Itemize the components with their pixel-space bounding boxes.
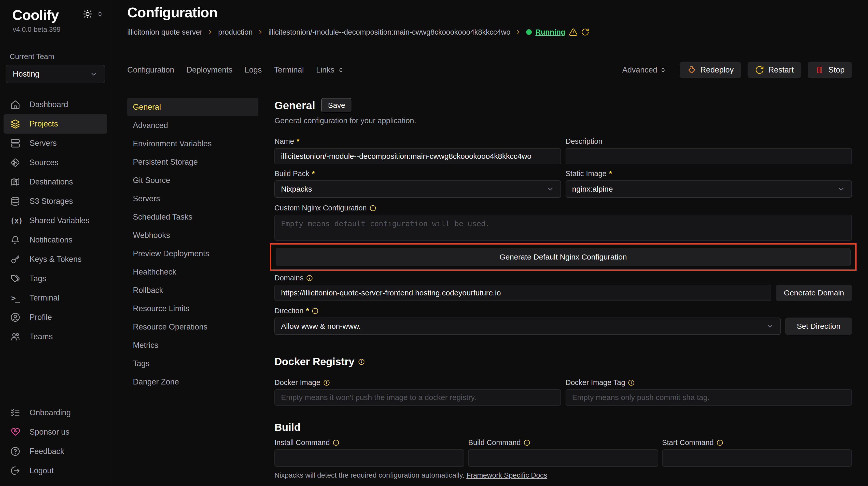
sidebar-item-terminal[interactable]: >_ Terminal	[4, 288, 107, 307]
subnav-healthcheck[interactable]: Healthcheck	[127, 263, 258, 281]
breadcrumb-environment[interactable]: production	[218, 28, 252, 36]
name-input[interactable]	[274, 148, 561, 164]
tab-links[interactable]: Links	[316, 65, 345, 74]
build-command-input[interactable]	[468, 449, 658, 467]
subnav-tags[interactable]: Tags	[127, 354, 258, 373]
domains-input[interactable]	[274, 285, 771, 301]
advanced-dropdown[interactable]: Advanced	[622, 65, 667, 74]
subnav-rollback[interactable]: Rollback	[127, 281, 258, 299]
user-icon	[10, 312, 20, 322]
info-icon[interactable]	[716, 439, 723, 446]
pause-icon	[815, 65, 824, 74]
tab-logs[interactable]: Logs	[245, 65, 262, 74]
required-asterisk: *	[306, 306, 309, 315]
header-actions: Advanced Redeploy Restart Stop	[622, 62, 852, 78]
info-icon[interactable]	[628, 379, 635, 386]
subnav-scheduled-tasks[interactable]: Scheduled Tasks	[127, 208, 258, 226]
sidebar-item-teams[interactable]: Teams	[4, 327, 107, 346]
subnav-webhooks[interactable]: Webhooks	[127, 226, 258, 245]
info-icon[interactable]	[312, 307, 319, 315]
chevrons-up-down-icon	[337, 66, 345, 74]
info-icon[interactable]	[358, 358, 365, 365]
subnav-metrics[interactable]: Metrics	[127, 336, 258, 354]
users-icon	[10, 331, 20, 342]
subnav-resource-operations[interactable]: Resource Operations	[127, 318, 258, 336]
build-pack-label: Build Pack*	[274, 169, 561, 178]
info-icon[interactable]	[333, 439, 340, 446]
help-icon	[10, 446, 20, 456]
framework-docs-link[interactable]: Framework Specific Docs	[466, 471, 547, 479]
sidebar-item-tags[interactable]: Tags	[4, 269, 107, 288]
docker-image-tag-input[interactable]	[566, 389, 852, 406]
tab-deployments[interactable]: Deployments	[186, 65, 232, 74]
stop-button[interactable]: Stop	[808, 62, 852, 78]
sidebar-item-profile[interactable]: Profile	[4, 307, 107, 327]
sidebar-item-servers[interactable]: Servers	[4, 134, 107, 153]
info-icon[interactable]	[323, 379, 330, 386]
redeploy-button[interactable]: Redeploy	[680, 62, 741, 78]
tab-terminal[interactable]: Terminal	[274, 65, 304, 74]
server-icon	[10, 138, 20, 148]
required-asterisk: *	[609, 169, 612, 178]
restart-icon	[755, 65, 764, 74]
subnav-advanced[interactable]: Advanced	[127, 116, 258, 135]
description-input[interactable]	[566, 148, 852, 164]
chevron-down-icon	[89, 70, 98, 78]
generate-domain-button[interactable]: Generate Domain	[776, 285, 852, 301]
breadcrumb-application[interactable]: illicitestonion/-module--decomposition:m…	[268, 28, 510, 36]
subnav-servers[interactable]: Servers	[127, 190, 258, 208]
nginx-config-textarea[interactable]	[274, 215, 852, 241]
breadcrumb-project[interactable]: illicitonion quote server	[127, 28, 203, 36]
subnav-resource-limits[interactable]: Resource Limits	[127, 299, 258, 318]
start-command-input[interactable]	[662, 449, 852, 467]
sidebar-item-shared-variables[interactable]: (x) Shared Variables	[4, 211, 107, 230]
info-icon[interactable]	[523, 439, 530, 446]
sidebar-item-logout[interactable]: Logout	[4, 461, 107, 480]
sidebar-item-feedback[interactable]: Feedback	[4, 442, 107, 461]
sidebar-item-keys-tokens[interactable]: Keys & Tokens	[4, 250, 107, 269]
tab-configuration[interactable]: Configuration	[127, 65, 174, 74]
sidebar-item-notifications[interactable]: Notifications	[4, 230, 107, 250]
save-button[interactable]: Save	[321, 98, 352, 113]
subnav-danger-zone[interactable]: Danger Zone	[127, 373, 258, 391]
subnav-preview-deployments[interactable]: Preview Deployments	[127, 245, 258, 263]
generate-nginx-config-button[interactable]: Generate Default Nginx Configuration	[276, 248, 851, 266]
subnav-persistent-storage[interactable]: Persistent Storage	[127, 153, 258, 171]
required-asterisk: *	[297, 137, 299, 145]
build-pack-select[interactable]: Nixpacks	[274, 181, 561, 198]
section-heading-general: General	[274, 99, 315, 112]
refresh-status-icon[interactable]	[581, 28, 589, 36]
team-select[interactable]: Hosting	[6, 65, 105, 83]
sidebar-item-destinations[interactable]: Destinations	[4, 172, 107, 192]
status-running-link[interactable]: Running	[535, 28, 565, 36]
sidebar-item-dashboard[interactable]: Dashboard	[4, 95, 107, 114]
install-command-input[interactable]	[274, 449, 464, 467]
sidebar-item-onboarding[interactable]: Onboarding	[4, 403, 107, 422]
sidebar-item-s3-storages[interactable]: S3 Storages	[4, 192, 107, 211]
subnav-git-source[interactable]: Git Source	[127, 171, 258, 190]
restart-button[interactable]: Restart	[748, 62, 801, 78]
database-icon	[10, 196, 20, 206]
set-direction-button[interactable]: Set Direction	[785, 318, 852, 335]
sidebar-item-sponsor-us[interactable]: Sponsor us	[4, 422, 107, 442]
sidebar-item-projects[interactable]: Projects	[4, 114, 107, 134]
static-image-label: Static Image*	[566, 169, 852, 178]
status-dot	[526, 29, 532, 35]
subnav-general[interactable]: General	[127, 98, 258, 116]
direction-select[interactable]: Allow www & non-www.	[274, 318, 781, 335]
theme-toggle-sun-icon[interactable]	[83, 9, 92, 19]
theme-chevrons-icon[interactable]	[96, 10, 104, 18]
breadcrumb: illicitonion quote server production ill…	[127, 28, 852, 36]
current-team-label: Current Team	[4, 34, 107, 61]
subnav-environment-variables[interactable]: Environment Variables	[127, 135, 258, 153]
sidebar-item-sources[interactable]: Sources	[4, 153, 107, 172]
chevron-right-icon	[257, 29, 264, 35]
static-image-select[interactable]: nginx:alpine	[566, 181, 852, 198]
chevron-right-icon	[207, 29, 214, 35]
info-icon[interactable]	[369, 204, 376, 212]
info-icon[interactable]	[306, 274, 313, 282]
redeploy-icon	[687, 65, 696, 74]
tags-icon	[10, 273, 20, 284]
docker-image-input[interactable]	[274, 389, 561, 406]
section-subtitle: General configuration for your applicati…	[274, 116, 852, 125]
